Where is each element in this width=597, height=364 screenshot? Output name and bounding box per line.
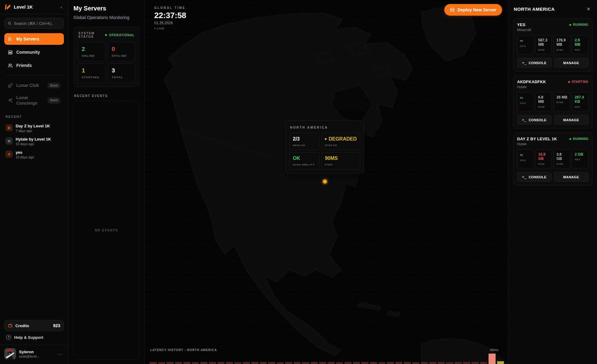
cpu-tile: ∞ CPU (517, 149, 534, 168)
server-card: YES Minecraft RUNNING ∞ CPU 587.3 MB RAM (513, 18, 592, 72)
latency-bar (175, 362, 182, 364)
recent-section-label: RECENT (6, 115, 63, 118)
latency-bar (167, 362, 174, 364)
latency-bar (319, 362, 326, 364)
latency-bar (150, 362, 157, 364)
net-tile: 2 GB NET (572, 149, 589, 168)
sidebar-header: Level 1K ‹ (0, 0, 68, 14)
close-icon[interactable]: ✕ (585, 6, 592, 13)
recent-list: D Day Z by Level 1K 7 days ago H Hytale … (4, 122, 64, 161)
sidebar: Level 1K ‹ My Servers Community Friends (0, 0, 69, 364)
latency-bar (489, 354, 496, 364)
sidebar-item-friends[interactable]: Friends (4, 60, 64, 71)
global-time-clock: 22:37:58 (154, 11, 186, 20)
recent-item[interactable]: Y yes 10 days ago (4, 148, 64, 161)
latency-bar (438, 362, 445, 364)
stat-total: 3 TOTAL (108, 64, 136, 83)
latency-bar (268, 362, 275, 364)
recent-item[interactable]: H Hytale by Level 1K 10 days ago (4, 135, 64, 148)
latency-bar (234, 362, 242, 364)
manage-button[interactable]: MANAGE (554, 115, 588, 125)
latency-bar (379, 362, 386, 364)
latency-bar (183, 362, 190, 364)
cpu-tile: ∞ CPU (517, 92, 534, 111)
sidebar-collapse-icon[interactable]: ‹ (59, 4, 64, 10)
manage-button[interactable]: MANAGE (554, 58, 588, 68)
cpu-tile: ∞ CPU (517, 35, 534, 54)
infinity-icon: ∞ (520, 95, 531, 100)
status-dot-icon (569, 138, 571, 140)
latency-bar (302, 362, 309, 364)
latency-bar (328, 362, 335, 364)
region-marker-dot[interactable] (323, 180, 327, 184)
tooltip-ping: 90MS PING (321, 152, 360, 169)
console-button[interactable]: >_ CONSOLE (517, 115, 552, 125)
stat-offline: 0 OFFLINE (108, 42, 136, 61)
terminal-prompt-icon: >_ (522, 175, 526, 179)
ops-panel: My Servers Global Operations Monitoring … (69, 0, 145, 364)
sidebar-item-community[interactable]: Community (4, 46, 64, 58)
server-stack-icon (450, 7, 455, 12)
world-map[interactable]: GLOBAL TIME 22:37:58 01.25.2026 LIVE Dep… (145, 0, 508, 364)
latency-bar (395, 362, 403, 364)
console-button[interactable]: >_ CONSOLE (517, 58, 552, 68)
events-empty-box: NO EVENTS (73, 101, 139, 360)
sidebar-footer: Credits 923 ? Help & Support (4, 320, 64, 360)
soon-badge: Soon (47, 83, 61, 88)
page-title: My Servers (73, 5, 139, 12)
wallet-icon (8, 323, 13, 328)
server-name: YES (517, 22, 531, 27)
users-icon (8, 63, 13, 68)
credits-value: 923 (53, 323, 60, 328)
server-game: Minecraft (517, 28, 531, 32)
disk-tile: 26 MB DISK (554, 92, 570, 111)
latency-bar (361, 362, 368, 364)
no-events-text: NO EVENTS (95, 229, 118, 232)
recent-events-label: RECENT EVENTS (74, 94, 139, 98)
status-dot-icon (105, 34, 107, 36)
latency-bars (150, 353, 504, 364)
latency-bar (404, 362, 411, 364)
manage-button[interactable]: MANAGE (554, 172, 588, 182)
tooltip-status: DEGRADED STATUS (321, 133, 360, 150)
tooltip-health: 2/3 HEALTH (289, 133, 319, 150)
region-tooltip: NORTH AMERICA 2/3 HEALTH DEGRADED STATUS… (285, 121, 364, 173)
sidebar-item-my-servers[interactable]: My Servers (4, 33, 64, 45)
recent-item[interactable]: D Day Z by Level 1K 7 days ago (4, 122, 64, 135)
ram-tile: 6.8 MB RAM (536, 92, 552, 111)
sidebar-item-lunar-concierge[interactable]: Lunar Concierge Soon (4, 93, 64, 108)
deploy-new-server-button[interactable]: Deploy New Server (444, 4, 502, 16)
system-status-value: OPERATIONAL (109, 33, 135, 37)
sparkles-icon (8, 98, 13, 103)
search-input[interactable] (14, 21, 61, 26)
latency-bar (209, 362, 216, 364)
credits-button[interactable]: Credits 923 (4, 320, 64, 331)
global-time-label: GLOBAL TIME (154, 6, 186, 10)
help-support-button[interactable]: ? Help & Support (4, 331, 64, 343)
nav-divider (5, 75, 63, 76)
user-email: azak@level... (19, 354, 39, 358)
terminal-prompt-icon: >_ (522, 61, 526, 65)
disk-tile: 3.6 GB DISK (554, 149, 570, 168)
ram-tile: 587.3 MB RAM (536, 35, 552, 54)
status-dot-icon (568, 81, 570, 83)
user-profile[interactable]: Syleron azak@level... ··· (4, 348, 64, 360)
user-menu-dots[interactable]: ··· (56, 350, 64, 358)
server-game: Hytale (517, 85, 546, 89)
latency-bar (311, 362, 318, 364)
live-indicator: LIVE (154, 27, 186, 30)
system-status-label: SYSTEM STATUS (78, 32, 103, 38)
latency-bar (218, 362, 225, 364)
region-panel-title: NORTH AMERICA (514, 6, 555, 12)
latency-bar (277, 362, 284, 364)
search-box[interactable] (4, 18, 64, 29)
stat-starting: 1 STARTING (78, 64, 105, 83)
sidebar-item-lunar-club[interactable]: Lunar Club Soon (4, 79, 64, 91)
brand-name: Level 1K (14, 4, 56, 10)
console-button[interactable]: >_ CONSOLE (517, 172, 552, 182)
net-tile: 267.4 KB NET (572, 92, 589, 111)
latency-bar (429, 362, 436, 364)
question-circle-icon: ? (6, 335, 11, 340)
server-name: DAY Z BY LEVEL 1K (517, 137, 557, 141)
user-name: Syleron (19, 350, 39, 354)
